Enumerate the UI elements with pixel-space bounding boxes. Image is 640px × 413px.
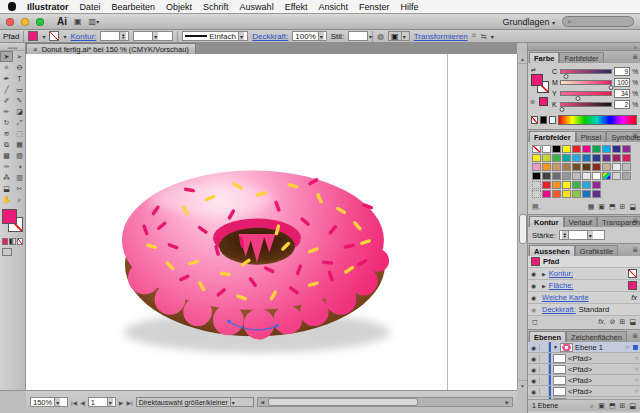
lock-toggle[interactable] <box>540 375 549 385</box>
swatch-kinds-icon[interactable]: ▦ <box>588 203 595 211</box>
swatch-0-7[interactable] <box>602 145 611 153</box>
target-icon[interactable]: ○ <box>634 355 640 361</box>
tab-kontur[interactable]: Kontur <box>529 216 564 227</box>
swatch-5-2[interactable] <box>552 190 561 198</box>
new-effect-icon[interactable]: fx. <box>598 318 605 326</box>
swatch-0-9[interactable] <box>622 145 631 153</box>
slider-knob[interactable] <box>563 74 568 79</box>
workspace-switcher[interactable]: Grundlagen ▾ <box>502 17 555 27</box>
vertical-scroll-thumb[interactable] <box>519 214 527 244</box>
lock-toggle[interactable] <box>540 353 549 363</box>
expand-layer-icon[interactable]: ▼ <box>553 344 558 350</box>
close-window-button[interactable] <box>6 18 14 26</box>
shape-builder-tool-icon[interactable]: ⧉ <box>0 139 13 150</box>
menu-item-objekt[interactable]: Objekt <box>166 2 192 12</box>
swatch-2-8[interactable] <box>612 163 621 171</box>
distribute-icon[interactable]: ≒ <box>480 32 487 41</box>
swatch-0-0[interactable] <box>532 145 541 153</box>
visibility-eye-icon[interactable]: ◉ <box>531 282 539 289</box>
scroll-right-icon[interactable]: ▶ <box>503 398 512 406</box>
magic-wand-tool-icon[interactable]: ✧ <box>0 62 13 73</box>
spectrum-none-chip[interactable] <box>531 116 538 124</box>
panel-menu-icon[interactable]: ≣ <box>632 246 638 254</box>
swatch-2-9[interactable] <box>622 163 631 171</box>
swatch-1-4[interactable] <box>572 154 581 162</box>
swatch-3-3[interactable] <box>562 172 571 180</box>
swatch-1-1[interactable] <box>542 154 551 162</box>
swatch-0-4[interactable] <box>572 145 581 153</box>
swatch-0-8[interactable] <box>612 145 621 153</box>
panel-menu-icon[interactable]: ≣ <box>632 132 638 140</box>
minimize-window-button[interactable] <box>21 18 29 26</box>
stroke-weight-stepper[interactable]: ▲▼ <box>100 31 129 41</box>
last-color-chip[interactable] <box>539 97 548 106</box>
lock-toggle[interactable] <box>540 364 549 374</box>
new-layer-icon[interactable]: ⊞ <box>620 402 626 410</box>
opacity-link[interactable]: Deckkraft: <box>252 32 288 41</box>
swatch-0-6[interactable] <box>592 145 601 153</box>
swatch-3-1[interactable] <box>542 172 551 180</box>
path-row[interactable]: ◉<Pfad>○ <box>528 375 640 386</box>
paintbrush-tool-icon[interactable]: ✐ <box>0 95 13 106</box>
preferences-icon-combo[interactable]: ▣▾ <box>388 31 410 41</box>
hand-tool-icon[interactable]: ✋ <box>0 194 13 205</box>
none-mode-button[interactable] <box>17 238 23 245</box>
swatch-1-5[interactable] <box>582 154 591 162</box>
free-transform-tool-icon[interactable]: ⬚ <box>13 128 26 139</box>
horizontal-scrollbar[interactable]: ◀ ▶ <box>257 397 513 407</box>
stroke-dropdown-icon[interactable]: ▾ <box>63 33 66 40</box>
path-row[interactable]: ◉<Pfad>○ <box>528 353 640 364</box>
channel-slider[interactable] <box>560 80 612 85</box>
lock-toggle[interactable] <box>540 342 549 352</box>
blend-tool-icon[interactable]: ◑ <box>13 161 26 172</box>
swatch-0-3[interactable] <box>562 145 571 153</box>
menu-item-ansicht[interactable]: Ansicht <box>319 2 349 12</box>
brush-definition-select[interactable]: Einfach▾ <box>182 31 248 41</box>
menu-item-datei[interactable]: Datei <box>80 2 101 12</box>
artboard-nav-prev[interactable]: ◀ <box>80 399 85 406</box>
search-input[interactable]: ⌕ <box>562 16 634 27</box>
slider-knob[interactable] <box>576 96 581 101</box>
layer-name[interactable]: <Pfad> <box>568 354 592 363</box>
new-sublayer-icon[interactable]: ⬒ <box>609 402 616 410</box>
channel-value-field[interactable]: 34 <box>614 89 630 98</box>
slider-knob[interactable] <box>560 107 565 112</box>
new-swatch-icon[interactable]: ⊞ <box>620 203 626 211</box>
swatch-5-5[interactable] <box>582 190 591 198</box>
stroke-none-chip[interactable] <box>628 269 637 278</box>
visibility-eye-icon[interactable]: ◉ <box>531 306 539 313</box>
menu-item-auswahl[interactable]: Auswahl <box>240 2 274 12</box>
transform-link[interactable]: Transformieren <box>414 32 468 41</box>
menu-item-fenster[interactable]: Fenster <box>359 2 390 12</box>
tab-aussehen[interactable]: Aussehen <box>529 245 575 256</box>
delete-item-icon[interactable]: ⬓ <box>629 318 636 326</box>
tab-ebenen[interactable]: Ebenen <box>529 331 566 342</box>
swatch-5-4[interactable] <box>572 190 581 198</box>
color-mode-button[interactable] <box>2 238 8 245</box>
fill-dropdown-icon[interactable]: ▾ <box>42 33 45 40</box>
appearance-effect-row[interactable]: ◉ Weiche Kante fx <box>528 292 640 304</box>
fill-color-chip[interactable] <box>628 281 637 290</box>
apple-icon[interactable] <box>8 2 16 11</box>
swatch-1-6[interactable] <box>592 154 601 162</box>
collapse-panels-icon[interactable]: » <box>634 44 637 50</box>
swatch-options-icon[interactable]: ▣ <box>598 203 605 211</box>
swatch-2-5[interactable] <box>582 163 591 171</box>
menu-item-bearbeiten[interactable]: Bearbeiten <box>112 2 156 12</box>
direct-selection-tool-icon[interactable]: ➢ <box>13 51 26 62</box>
swatch-4-2[interactable] <box>552 181 561 189</box>
pencil-tool-icon[interactable]: ✎ <box>13 95 26 106</box>
visibility-eye-icon[interactable]: ◉ <box>528 355 540 362</box>
selection-tool-icon[interactable]: ➤ <box>0 51 13 62</box>
layer-row[interactable]: ◉▼Ebene 1○ <box>528 342 640 353</box>
color-panel-fill[interactable] <box>531 74 543 86</box>
horizontal-scroll-thumb[interactable] <box>268 398 418 406</box>
spectrum-white-chip[interactable] <box>549 116 556 124</box>
tab-zeichenflächen[interactable]: Zeichenflächen <box>566 331 627 342</box>
path-row[interactable]: ◉<Pfad>○ <box>528 397 640 399</box>
artboard-tool-icon[interactable]: ⬓ <box>0 183 13 194</box>
menu-item-effekt[interactable]: Effekt <box>285 2 308 12</box>
canvas[interactable] <box>26 54 517 390</box>
swatch-5-3[interactable] <box>562 190 571 198</box>
scale-tool-icon[interactable]: ⤢ <box>13 117 26 128</box>
